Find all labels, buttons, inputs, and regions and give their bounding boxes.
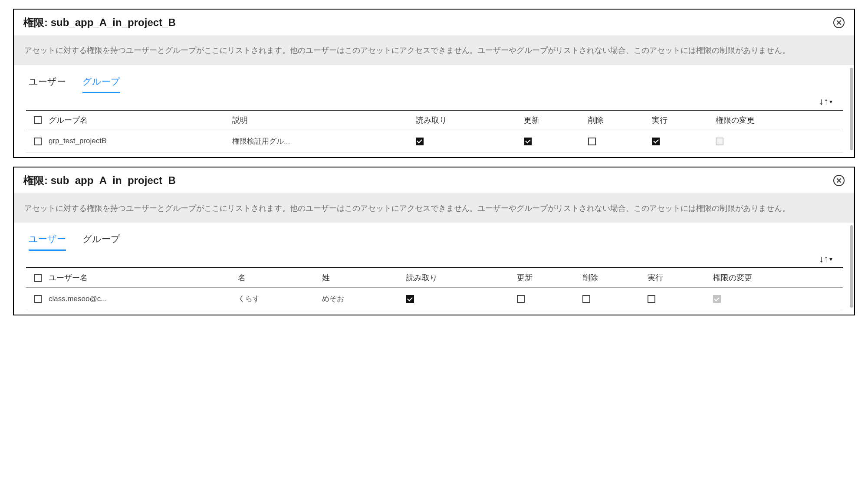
permissions-panel-users: 権限: sub_app_A_in_project_B アセットに対する権限を持つ… [13, 167, 855, 316]
tab-groups[interactable]: グループ [82, 75, 120, 93]
sort-icon[interactable]: ↓↑▾ [819, 96, 832, 107]
cell-group-name: grp_test_projectB [45, 130, 229, 152]
close-icon[interactable] [833, 17, 845, 28]
table-row: grp_test_projectB 権限検証用グル... [26, 130, 843, 152]
groups-table: グループ名 説明 読み取り 更新 削除 実行 権限の変更 grp_test_pr… [26, 110, 843, 153]
changeperm-checkbox [713, 295, 721, 303]
panel-header: 権限: sub_app_A_in_project_B [14, 10, 854, 36]
col-read[interactable]: 読み取り [403, 268, 513, 288]
chevron-down-icon: ▾ [829, 98, 832, 105]
col-select-all [26, 110, 45, 130]
col-update[interactable]: 更新 [513, 268, 579, 288]
col-delete[interactable]: 削除 [579, 268, 644, 288]
panel-description: アセットに対する権限を持つユーザーとグループがここにリストされます。他のユーザー… [14, 36, 854, 65]
tab-users[interactable]: ユーザー [29, 233, 66, 251]
col-read[interactable]: 読み取り [412, 110, 520, 130]
panel-title: 権限: sub_app_A_in_project_B [23, 16, 176, 30]
tabs: ユーザー グループ [14, 225, 854, 251]
delete-checkbox[interactable] [582, 295, 590, 303]
permissions-panel-groups: 権限: sub_app_A_in_project_B アセットに対する権限を持つ… [13, 9, 855, 158]
users-table: ユーザー名 名 姓 読み取り 更新 削除 実行 権限の変更 class.meso… [26, 267, 843, 310]
table-header-row: グループ名 説明 読み取り 更新 削除 実行 権限の変更 [26, 110, 843, 130]
update-checkbox[interactable] [517, 295, 525, 303]
tab-users[interactable]: ユーザー [29, 75, 66, 93]
col-description[interactable]: 説明 [229, 110, 412, 130]
col-changeperm[interactable]: 権限の変更 [712, 110, 843, 130]
select-all-checkbox[interactable] [34, 116, 42, 124]
changeperm-checkbox [716, 138, 723, 145]
tabs: ユーザー グループ [14, 68, 854, 93]
cell-lastname: めそお [319, 288, 403, 310]
sort-row: ↓↑▾ [14, 251, 854, 267]
scrollbar[interactable] [850, 225, 853, 312]
panel-title: 権限: sub_app_A_in_project_B [23, 174, 176, 187]
cell-description: 権限検証用グル... [229, 130, 412, 152]
panel-header: 権限: sub_app_A_in_project_B [14, 167, 854, 194]
delete-checkbox[interactable] [588, 138, 596, 145]
scrollbar-thumb[interactable] [850, 225, 853, 308]
chevron-down-icon: ▾ [829, 256, 832, 263]
cell-firstname: くらす [234, 288, 319, 310]
execute-checkbox[interactable] [648, 295, 655, 303]
tab-groups[interactable]: グループ [82, 233, 120, 251]
panel-description: アセットに対する権限を持つユーザーとグループがここにリストされます。他のユーザー… [14, 194, 854, 223]
col-firstname[interactable]: 名 [234, 268, 319, 288]
panel-body: ユーザー グループ ↓↑▾ ユーザー名 名 姓 読み取 [14, 223, 854, 315]
table-row: class.mesoo@c... くらす めそお [26, 288, 843, 310]
row-select-checkbox[interactable] [34, 138, 42, 145]
scrollbar[interactable] [850, 68, 853, 154]
col-delete[interactable]: 削除 [585, 110, 648, 130]
col-update[interactable]: 更新 [520, 110, 584, 130]
sort-arrows-icon: ↓↑ [819, 96, 829, 107]
read-checkbox[interactable] [416, 138, 424, 145]
panel-body: ユーザー グループ ↓↑▾ グループ名 説明 読み取り [14, 65, 854, 157]
update-checkbox[interactable] [524, 138, 532, 145]
col-execute[interactable]: 実行 [648, 110, 712, 130]
scrollbar-thumb[interactable] [850, 68, 853, 150]
col-changeperm[interactable]: 権限の変更 [710, 268, 843, 288]
sort-icon[interactable]: ↓↑▾ [819, 253, 832, 265]
col-select-all [26, 268, 45, 288]
close-icon[interactable] [833, 175, 845, 186]
read-checkbox[interactable] [406, 295, 414, 303]
col-execute[interactable]: 実行 [644, 268, 710, 288]
col-username[interactable]: ユーザー名 [45, 268, 234, 288]
col-lastname[interactable]: 姓 [319, 268, 403, 288]
select-all-checkbox[interactable] [34, 274, 42, 282]
sort-row: ↓↑▾ [14, 93, 854, 110]
table-header-row: ユーザー名 名 姓 読み取り 更新 削除 実行 権限の変更 [26, 268, 843, 288]
sort-arrows-icon: ↓↑ [819, 253, 829, 265]
row-select-checkbox[interactable] [34, 295, 42, 303]
execute-checkbox[interactable] [652, 138, 660, 145]
col-group-name[interactable]: グループ名 [45, 110, 229, 130]
cell-username: class.mesoo@c... [45, 288, 234, 310]
